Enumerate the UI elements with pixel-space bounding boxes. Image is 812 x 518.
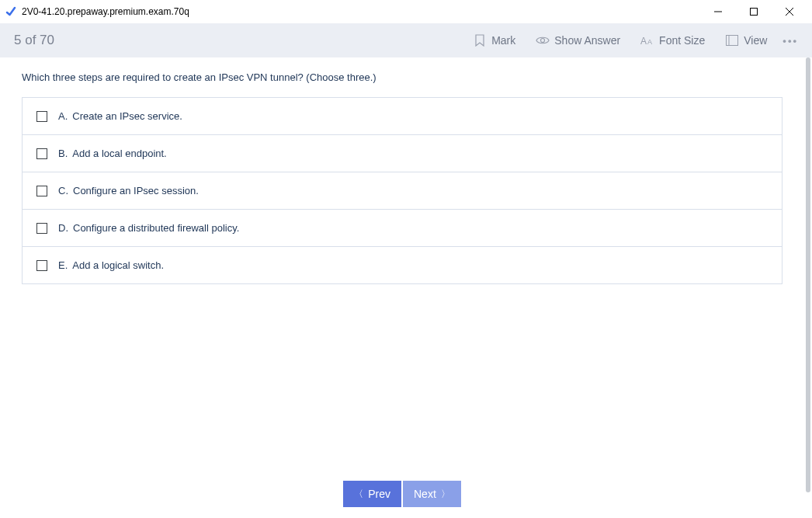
checkbox-a[interactable] <box>36 111 47 122</box>
checkbox-d[interactable] <box>36 223 47 234</box>
prev-button[interactable]: 〈 Prev <box>343 481 401 507</box>
title-bar: 2V0-41.20.prepaway.premium.exam.70q <box>0 0 812 23</box>
app-icon <box>5 5 17 18</box>
eye-icon <box>536 33 550 47</box>
show-answer-label: Show Answer <box>554 34 620 47</box>
option-row-d[interactable]: D. Configure a distributed firewall poli… <box>23 210 782 247</box>
view-button[interactable]: View <box>725 33 767 47</box>
svg-text:A: A <box>640 36 647 46</box>
minimize-button[interactable] <box>700 0 736 23</box>
scrollbar-track[interactable] <box>806 57 810 475</box>
option-row-e[interactable]: E. Add a logical switch. <box>23 247 782 283</box>
checkbox-b[interactable] <box>36 148 47 159</box>
option-row-c[interactable]: C. Configure an IPsec session. <box>23 172 782 210</box>
next-label: Next <box>414 488 436 500</box>
progress-text: 5 of 70 <box>14 33 54 48</box>
option-row-a[interactable]: A. Create an IPsec service. <box>23 98 782 135</box>
chevron-right-icon: 〉 <box>441 488 450 501</box>
close-button[interactable] <box>772 0 807 23</box>
checkbox-c[interactable] <box>36 186 47 196</box>
option-row-b[interactable]: B. Add a local endpoint. <box>23 135 782 172</box>
chevron-left-icon: 〈 <box>354 488 363 501</box>
show-answer-button[interactable]: Show Answer <box>536 33 620 47</box>
more-button[interactable]: ••• <box>783 35 798 47</box>
more-icon: ••• <box>783 35 798 47</box>
question-text: Which three steps are required to create… <box>22 71 783 83</box>
svg-point-4 <box>541 39 545 43</box>
bookmark-icon <box>473 33 487 47</box>
window-controls <box>700 0 807 23</box>
svg-text:A: A <box>647 38 652 46</box>
option-text: Add a logical switch. <box>72 259 164 271</box>
window-title: 2V0-41.20.prepaway.premium.exam.70q <box>22 6 700 17</box>
maximize-button[interactable] <box>736 0 772 23</box>
font-size-icon: AA <box>640 33 654 47</box>
option-letter: A. <box>58 110 68 122</box>
footer-nav: 〈 Prev Next 〉 <box>0 481 804 509</box>
scrollbar-thumb[interactable] <box>806 57 810 492</box>
toolbar: 5 of 70 Mark Show Answer AA Font Size Vi… <box>0 23 812 57</box>
option-text: Add a local endpoint. <box>72 148 166 159</box>
options-box: A. Create an IPsec service. B. Add a loc… <box>22 97 783 284</box>
mark-button[interactable]: Mark <box>473 33 515 47</box>
mark-label: Mark <box>491 34 515 47</box>
font-size-button[interactable]: AA Font Size <box>640 33 705 47</box>
option-text: Configure an IPsec session. <box>73 185 199 196</box>
svg-rect-1 <box>751 9 758 16</box>
option-letter: E. <box>58 259 68 271</box>
view-icon <box>725 33 739 47</box>
content-area: Which three steps are required to create… <box>0 57 804 475</box>
view-label: View <box>744 34 767 47</box>
option-text: Configure a distributed firewall policy. <box>73 222 239 234</box>
next-button[interactable]: Next 〉 <box>403 481 461 507</box>
option-letter: B. <box>58 148 68 159</box>
checkbox-e[interactable] <box>36 260 47 271</box>
font-size-label: Font Size <box>659 34 705 47</box>
prev-label: Prev <box>368 488 390 500</box>
option-letter: D. <box>58 222 68 234</box>
svg-rect-7 <box>727 36 738 46</box>
option-text: Create an IPsec service. <box>72 110 182 122</box>
option-letter: C. <box>58 185 68 196</box>
